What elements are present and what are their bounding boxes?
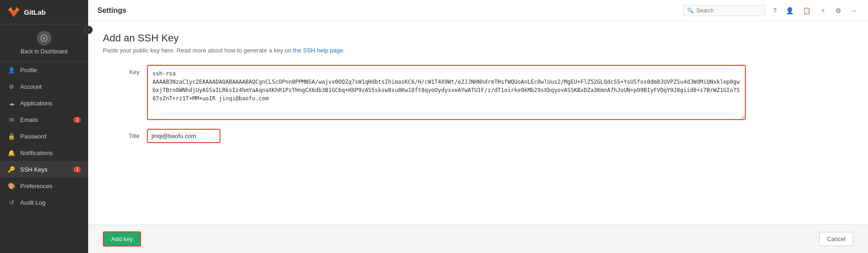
subtext-before-link: Paste your public key here. Read more ab… [103, 47, 293, 54]
settings-icon[interactable]: ⚙ [834, 5, 843, 16]
title-input[interactable] [147, 129, 220, 143]
topbar-right: 🔍 ? 👤 📋 ＋ ⚙ → [683, 5, 859, 17]
topbar: Settings 🔍 ? 👤 📋 ＋ ⚙ → [88, 0, 868, 21]
title-label: Title [103, 129, 140, 139]
audit-log-icon: ↺ [7, 198, 16, 207]
title-control-wrap [147, 129, 746, 143]
ssh-help-link[interactable]: the SSH help page [293, 47, 343, 54]
account-icon: ⚙ [7, 82, 16, 91]
notifications-icon: 🔔 [7, 149, 16, 157]
search-icon: 🔍 [687, 7, 694, 14]
back-icon [37, 31, 51, 46]
add-key-button[interactable]: Add key [103, 231, 141, 247]
back-to-dashboard[interactable]: Back to Dashboard [0, 24, 88, 62]
search-box[interactable]: 🔍 [683, 5, 766, 16]
add-ssh-key-heading: Add an SSH Key [103, 32, 853, 44]
sidebar-logo[interactable]: GitLab [0, 0, 88, 24]
main-area: Settings 🔍 ? 👤 📋 ＋ ⚙ → Add an SSH Key Pa… [88, 0, 868, 253]
sidebar-item-label-applications: Applications [20, 100, 52, 107]
sidebar-item-label-emails: Emails [20, 116, 38, 123]
sidebar-item-label-notifications: Notifications [20, 150, 53, 156]
sidebar-item-label-ssh-keys: SSH Keys [20, 166, 47, 173]
sidebar-item-label-account: Account [20, 83, 42, 90]
sidebar-item-label-profile: Profile [20, 67, 37, 74]
sidebar-item-ssh-keys[interactable]: 🔑 SSH Keys 1 [0, 161, 88, 178]
ssh-keys-icon: 🔑 [7, 165, 16, 173]
profile-icon: 👤 [7, 66, 16, 74]
sidebar-item-label-password: Password [20, 133, 46, 140]
sidebar-item-emails[interactable]: ✉ Emails 1 [0, 111, 88, 128]
gitlab-logo-icon [7, 6, 20, 18]
emails-badge: 1 [73, 117, 81, 123]
key-control-wrap [147, 65, 746, 121]
sidebar-item-preferences[interactable]: 🎨 Preferences [0, 178, 88, 194]
sidebar-nav: 👤 Profile ⚙ Account ☁ Applications ✉ Ema… [0, 62, 88, 253]
clipboard-icon[interactable]: 📋 [801, 5, 812, 16]
sidebar-item-applications[interactable]: ☁ Applications [0, 95, 88, 111]
applications-icon: ☁ [7, 99, 16, 107]
password-icon: 🔒 [7, 132, 16, 140]
sidebar: GitLab ‹ Back to Dashboard 👤 Profile ⚙ A… [0, 0, 88, 253]
title-form-row: Title [103, 129, 746, 143]
ssh-keys-badge: 1 [73, 167, 81, 172]
page-content: Add an SSH Key Paste your public key her… [88, 21, 868, 217]
sidebar-collapse-button[interactable]: ‹ [85, 26, 93, 34]
key-textarea[interactable] [147, 65, 746, 120]
subtext-after-link: . [343, 47, 345, 54]
back-to-dashboard-label: Back to Dashboard [7, 48, 81, 55]
cancel-button[interactable]: Cancel [819, 232, 853, 246]
add-icon[interactable]: ＋ [818, 5, 828, 17]
emails-icon: ✉ [7, 115, 16, 124]
sidebar-item-audit-log[interactable]: ↺ Audit Log [0, 194, 88, 211]
form-footer: Add key Cancel [88, 224, 868, 253]
signout-icon[interactable]: → [849, 5, 859, 16]
sidebar-item-label-preferences: Preferences [20, 183, 52, 190]
page-title: Settings [97, 6, 126, 15]
ssh-key-form: Key Title [103, 65, 746, 143]
help-icon[interactable]: ? [771, 5, 778, 16]
sidebar-item-label-audit-log: Audit Log [20, 199, 45, 206]
sidebar-logo-text: GitLab [24, 8, 46, 16]
preferences-icon: 🎨 [7, 182, 16, 190]
sidebar-item-profile[interactable]: 👤 Profile [0, 62, 88, 78]
sidebar-item-notifications[interactable]: 🔔 Notifications [0, 144, 88, 161]
key-form-row: Key [103, 65, 746, 121]
page-description: Paste your public key here. Read more ab… [103, 47, 853, 54]
key-label: Key [103, 65, 140, 75]
sidebar-item-account[interactable]: ⚙ Account [0, 78, 88, 95]
search-input[interactable] [696, 7, 761, 14]
user-icon[interactable]: 👤 [784, 5, 795, 16]
sidebar-item-password[interactable]: 🔒 Password [0, 128, 88, 144]
